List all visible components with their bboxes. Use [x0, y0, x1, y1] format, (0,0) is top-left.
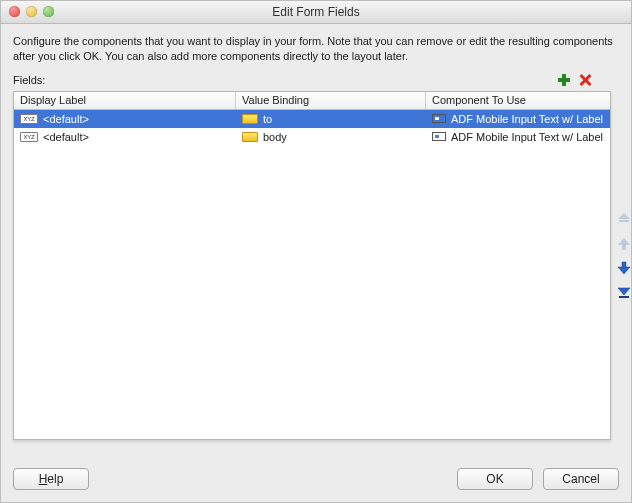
th-display-label[interactable]: Display Label [14, 92, 236, 109]
move-down-button[interactable] [615, 259, 632, 277]
svg-marker-4 [618, 288, 630, 295]
table-body: XYZ<default>toADF Mobile Input Text w/ L… [14, 110, 610, 439]
table-row[interactable]: XYZ<default>bodyADF Mobile Input Text w/… [14, 128, 610, 146]
description-text: Configure the components that you want t… [1, 24, 631, 68]
delete-icon [578, 73, 592, 87]
zoom-icon[interactable] [43, 6, 54, 17]
cell-text: body [263, 131, 287, 143]
svg-marker-0 [618, 213, 630, 219]
th-component[interactable]: Component To Use [426, 92, 610, 109]
double-arrow-up-icon [617, 213, 631, 227]
xyz-icon: XYZ [20, 114, 38, 124]
cell-text: ADF Mobile Input Text w/ Label [451, 113, 603, 125]
fields-toolbar [555, 72, 593, 89]
window-title: Edit Form Fields [1, 5, 631, 19]
ok-button[interactable]: OK [457, 468, 533, 490]
remove-field-button[interactable] [576, 72, 593, 89]
arrow-down-icon [617, 261, 631, 275]
fields-row: Fields: [1, 68, 631, 91]
fields-label: Fields: [13, 74, 45, 86]
footer: Help OK Cancel [1, 458, 631, 502]
cell-display-label: XYZ<default> [14, 128, 236, 146]
window-controls [9, 6, 54, 17]
cell-value-binding: to [236, 110, 426, 128]
cell-text: <default> [43, 131, 89, 143]
add-field-button[interactable] [555, 72, 572, 89]
plus-icon [557, 73, 571, 87]
binding-icon [242, 132, 258, 142]
move-top-button[interactable] [615, 211, 632, 229]
titlebar: Edit Form Fields [1, 1, 631, 24]
fields-table: Display Label Value Binding Component To… [13, 91, 611, 440]
help-label: Help [39, 472, 64, 486]
table-header: Display Label Value Binding Component To… [14, 92, 610, 110]
cancel-button[interactable]: Cancel [543, 468, 619, 490]
binding-icon [242, 114, 258, 124]
svg-rect-1 [619, 220, 629, 222]
th-value-binding[interactable]: Value Binding [236, 92, 426, 109]
svg-marker-3 [618, 262, 630, 274]
table-row[interactable]: XYZ<default>toADF Mobile Input Text w/ L… [14, 110, 610, 128]
cell-component: ADF Mobile Input Text w/ Label [426, 128, 610, 146]
cell-text: ADF Mobile Input Text w/ Label [451, 131, 603, 143]
svg-rect-5 [619, 296, 629, 298]
move-bottom-button[interactable] [615, 283, 632, 301]
cell-value-binding: body [236, 128, 426, 146]
cell-display-label: XYZ<default> [14, 110, 236, 128]
minimize-icon[interactable] [26, 6, 37, 17]
move-up-button[interactable] [615, 235, 632, 253]
cell-text: <default> [43, 113, 89, 125]
dialog-window: Edit Form Fields Configure the component… [0, 0, 632, 503]
xyz-icon: XYZ [20, 132, 38, 142]
help-button[interactable]: Help [13, 468, 89, 490]
svg-marker-2 [618, 238, 630, 250]
cell-component: ADF Mobile Input Text w/ Label [426, 110, 610, 128]
double-arrow-down-icon [617, 285, 631, 299]
cell-text: to [263, 113, 272, 125]
component-icon [432, 132, 446, 141]
reorder-controls [615, 91, 632, 440]
arrow-up-icon [617, 237, 631, 251]
close-icon[interactable] [9, 6, 20, 17]
component-icon [432, 114, 446, 123]
